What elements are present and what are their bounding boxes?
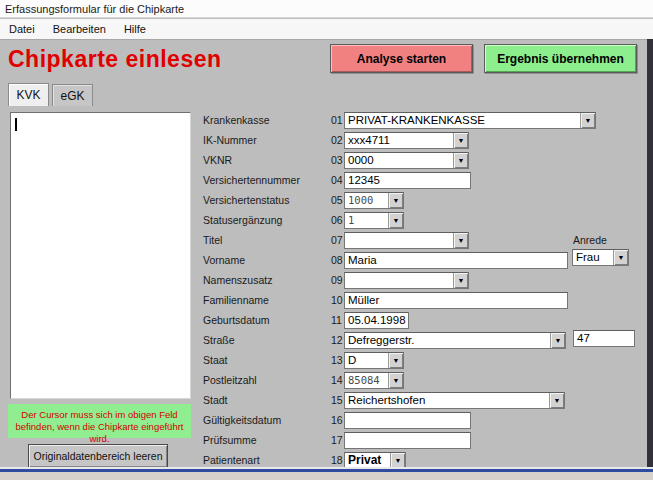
field-number: 04 — [331, 174, 344, 186]
input-17[interactable] — [344, 432, 471, 449]
chevron-down-icon[interactable]: ▼ — [388, 373, 403, 388]
taskbar-edge — [0, 472, 653, 480]
field-number: 07 — [331, 234, 344, 246]
chevron-down-icon[interactable]: ▼ — [613, 250, 628, 265]
form-row-05: Versichertenstatus051000▼ — [203, 190, 653, 210]
field-label: Namenszusatz — [203, 274, 331, 286]
field-label: Geburtsdatum — [203, 314, 331, 326]
field-label: Statusergänzung — [203, 214, 331, 226]
chevron-down-icon[interactable]: ▼ — [453, 273, 468, 288]
field-number: 02 — [331, 134, 344, 146]
menu-hilfe[interactable]: Hilfe — [115, 19, 155, 39]
field-number: 06 — [331, 214, 344, 226]
input-04[interactable]: 12345 — [344, 172, 471, 189]
text-cursor — [15, 118, 17, 131]
analyse-starten-button[interactable]: Analyse starten — [330, 44, 473, 73]
form-row-04: Versichertennummer0412345 — [203, 170, 653, 190]
field-number: 01 — [331, 114, 344, 126]
chevron-down-icon[interactable]: ▼ — [453, 133, 468, 148]
field-number: 14 — [331, 374, 344, 386]
combo-01[interactable]: PRIVAT-KRANKENKASSE▼ — [344, 112, 596, 129]
menu-datei[interactable]: Datei — [0, 19, 44, 39]
field-label: Postleitzahl — [203, 374, 331, 386]
hausnummer-field[interactable]: 47 — [573, 330, 635, 347]
cursor-hint-line2: befinden, wenn die Chipkarte eingeführt … — [8, 421, 191, 445]
combo-14[interactable]: 85084▼ — [344, 372, 404, 389]
combo-value: 1 — [345, 213, 388, 228]
field-number: 17 — [331, 434, 344, 446]
field-number: 13 — [331, 354, 344, 366]
combo-18[interactable]: Privat▼ — [344, 452, 406, 469]
field-number: 03 — [331, 154, 344, 166]
combo-03[interactable]: 0000▼ — [344, 152, 469, 169]
chevron-down-icon[interactable]: ▼ — [390, 453, 405, 468]
desktop-edge-strip — [647, 39, 653, 472]
chevron-down-icon[interactable]: ▼ — [388, 193, 403, 208]
field-label: VKNR — [203, 154, 331, 166]
field-label: Patientenart — [203, 454, 331, 466]
combo-13[interactable]: D▼ — [344, 352, 404, 369]
field-label: Gültigkeitsdatum — [203, 414, 331, 426]
field-label: Titel — [203, 234, 331, 246]
form-row-03: VKNR030000▼ — [203, 150, 653, 170]
input-10[interactable]: Müller — [344, 292, 568, 309]
originaldaten-leeren-button[interactable]: Originaldatenbereich leeren — [28, 444, 168, 468]
form-row-14: Postleitzahl1485084▼ — [203, 370, 653, 390]
form-row-06: Statusergänzung061▼ — [203, 210, 653, 230]
combo-value: Privat — [345, 453, 390, 468]
form-row-16: Gültigkeitsdatum16 — [203, 410, 653, 430]
combo-06[interactable]: 1▼ — [344, 212, 404, 229]
combo-07[interactable]: ▼ — [344, 232, 469, 249]
combo-value: Reichertshofen — [345, 393, 549, 408]
chevron-down-icon[interactable]: ▼ — [580, 113, 595, 128]
combo-02[interactable]: xxx4711▼ — [344, 132, 469, 149]
combo-05[interactable]: 1000▼ — [344, 192, 404, 209]
input-16[interactable] — [344, 412, 471, 429]
form-row-09: Namenszusatz09▼ — [203, 270, 653, 290]
ergebnis-uebernehmen-button[interactable]: Ergebnis übernehmen — [484, 44, 637, 73]
cursor-hint-box: Der Cursor muss sich im obigen Feld befi… — [8, 404, 191, 438]
form-row-17: Prüfsumme17 — [203, 430, 653, 450]
field-number: 18 — [331, 454, 344, 466]
chevron-down-icon[interactable]: ▼ — [453, 233, 468, 248]
field-number: 15 — [331, 394, 344, 406]
chevron-down-icon[interactable]: ▼ — [388, 353, 403, 368]
combo-12[interactable]: Defreggerstr.▼ — [344, 332, 566, 349]
combo-value: D — [345, 353, 388, 368]
combo-value: 0000 — [345, 153, 453, 168]
tab-egk[interactable]: eGK — [52, 84, 93, 106]
field-label: Staat — [203, 354, 331, 366]
field-number: 09 — [331, 274, 344, 286]
menu-bearbeiten[interactable]: Bearbeiten — [44, 19, 115, 39]
combo-value: 85084 — [345, 373, 388, 388]
combo-value: xxx4711 — [345, 133, 453, 148]
field-label: Krankenkasse — [203, 114, 331, 126]
input-11[interactable]: 05.04.1998 — [344, 312, 409, 329]
chevron-down-icon[interactable]: ▼ — [453, 153, 468, 168]
field-label: Versichertenstatus — [203, 194, 331, 206]
combo-15[interactable]: Reichertshofen▼ — [344, 392, 565, 409]
field-label: IK-Nummer — [203, 134, 331, 146]
chevron-down-icon[interactable]: ▼ — [549, 393, 564, 408]
field-label: Familienname — [203, 294, 331, 306]
form-row-13: Staat13D▼ — [203, 350, 653, 370]
form-row-01: Krankenkasse01PRIVAT-KRANKENKASSE▼ — [203, 110, 653, 130]
field-number: 05 — [331, 194, 344, 206]
input-08[interactable]: Maria — [344, 252, 568, 269]
chipcard-raw-data-area[interactable] — [10, 112, 191, 399]
field-label: Stadt — [203, 394, 331, 406]
combo-09[interactable]: ▼ — [344, 272, 469, 289]
form-row-10: Familienname10Müller — [203, 290, 653, 310]
chevron-down-icon[interactable]: ▼ — [550, 333, 565, 348]
combo-value: 1000 — [345, 193, 388, 208]
chipcard-form: Krankenkasse01PRIVAT-KRANKENKASSE▼IK-Num… — [203, 110, 653, 470]
field-number: 12 — [331, 334, 344, 346]
anrede-value: Frau — [573, 250, 613, 265]
menu-bar: Datei Bearbeiten Hilfe — [0, 19, 653, 40]
combo-value: Defreggerstr. — [345, 333, 550, 348]
combo-value: PRIVAT-KRANKENKASSE — [345, 113, 580, 128]
anrede-select[interactable]: Frau ▼ — [572, 249, 629, 266]
chevron-down-icon[interactable]: ▼ — [388, 213, 403, 228]
tab-kvk[interactable]: KVK — [8, 83, 49, 106]
page-title: Chipkarte einlesen — [8, 46, 222, 73]
